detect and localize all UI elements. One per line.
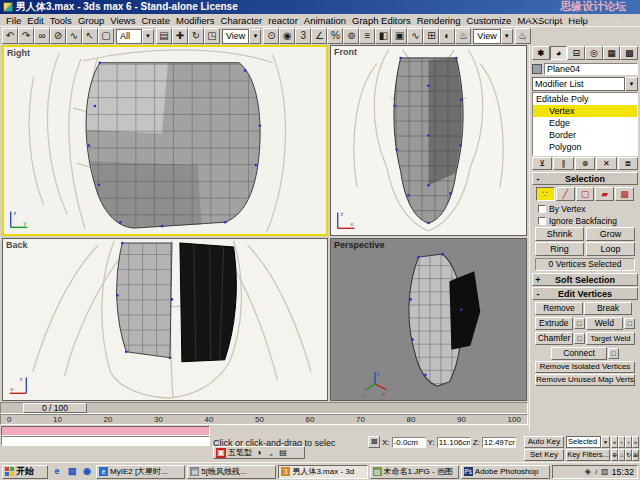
key-filters-button[interactable]: Key Filters...: [566, 449, 610, 461]
auto-key-button[interactable]: Auto Key: [524, 436, 564, 448]
loop-button[interactable]: Loop: [586, 242, 635, 256]
select-and-move-icon[interactable]: ✚: [172, 28, 188, 44]
polygon-subobject-icon[interactable]: ▰: [595, 187, 614, 201]
menu-item[interactable]: Help: [565, 15, 591, 26]
taskbar-task-photoshop[interactable]: Ps Adobe Photoshop: [461, 465, 550, 479]
menu-item[interactable]: MAXScript: [514, 15, 565, 26]
connect-button[interactable]: Connect: [551, 347, 607, 360]
menu-item[interactable]: Create: [138, 15, 173, 26]
chamfer-button[interactable]: Chamfer: [535, 332, 573, 345]
weld-button[interactable]: Weld: [586, 317, 624, 330]
make-unique-icon[interactable]: ⊗: [575, 157, 595, 170]
title-bar[interactable]: 男人体3.max - 3ds max 6 - Stand-alone Licen…: [0, 0, 640, 14]
object-name-field[interactable]: Plane04: [544, 63, 638, 75]
extrude-settings-button[interactable]: □: [574, 318, 585, 329]
menu-item[interactable]: reactor: [265, 15, 301, 26]
show-end-result-icon[interactable]: ∥: [553, 157, 573, 170]
named-selection-sets-icon[interactable]: ≡: [359, 28, 375, 44]
select-and-manipulate-icon[interactable]: ◉: [279, 28, 295, 44]
media-player-icon[interactable]: ◉: [80, 465, 94, 478]
weld-settings-button[interactable]: □: [624, 318, 635, 329]
selection-lock-icon[interactable]: ⊠: [368, 436, 380, 448]
maxscript-mini-listener-field[interactable]: [1, 436, 210, 446]
front-viewport-canvas[interactable]: [331, 46, 526, 235]
show-desktop-icon[interactable]: ▤: [65, 465, 79, 478]
set-key-button[interactable]: Set Key: [524, 449, 564, 461]
modify-tab-icon[interactable]: ◕: [550, 46, 568, 60]
render-scene-icon[interactable]: ♨: [455, 28, 471, 44]
render-type-dropdown[interactable]: View ▼: [473, 29, 512, 44]
maxscript-macro-recorder-field[interactable]: [1, 426, 210, 436]
align-icon[interactable]: ▣: [391, 28, 407, 44]
viewport-label[interactable]: Front: [334, 47, 357, 57]
ime-fullwidth-icon[interactable]: ◑: [254, 448, 264, 458]
use-pivot-center-icon[interactable]: ⊙: [263, 28, 279, 44]
volume-icon[interactable]: ♪: [594, 467, 598, 476]
soft-selection-rollout-header[interactable]: + Soft Selection: [532, 273, 638, 286]
y-coordinate-field[interactable]: 11.106cm: [437, 437, 471, 448]
tray-app-icon[interactable]: ◈: [585, 467, 591, 476]
back-viewport[interactable]: Back x z: [2, 238, 328, 401]
ime-soft-keyboard-icon[interactable]: ▤: [278, 448, 288, 458]
angle-snap-icon[interactable]: ∠: [311, 28, 327, 44]
hierarchy-tab-icon[interactable]: ⊟: [567, 46, 585, 60]
target-weld-button[interactable]: Target Weld: [586, 332, 635, 345]
remove-unused-map-verts-button[interactable]: Remove Unused Map Verts: [535, 374, 635, 386]
pin-stack-icon[interactable]: ⊻: [532, 157, 552, 170]
viewport-label[interactable]: Right: [7, 48, 30, 58]
ring-button[interactable]: Ring: [535, 242, 584, 256]
snap-toggle-icon[interactable]: 3: [295, 28, 311, 44]
back-viewport-canvas[interactable]: [3, 239, 327, 400]
taskbar-task-3dsmax[interactable]: 3 男人体3.max - 3d: [278, 465, 367, 479]
taskbar-task-paint[interactable]: ▨ 未命名1.JPG - 画图: [370, 465, 459, 479]
menu-item[interactable]: Customize: [464, 15, 515, 26]
stack-item-border[interactable]: Border: [533, 129, 637, 141]
ie-quick-launch-icon[interactable]: e: [50, 465, 64, 478]
schematic-view-icon[interactable]: ⊞: [423, 28, 439, 44]
remove-modifier-icon[interactable]: ✕: [596, 157, 616, 170]
vertex-subobject-icon[interactable]: ∵: [536, 187, 555, 201]
arc-rotate-icon[interactable]: ↻: [625, 449, 632, 461]
select-and-scale-icon[interactable]: ◳: [204, 28, 220, 44]
right-viewport[interactable]: Right y z: [2, 45, 328, 236]
edge-subobject-icon[interactable]: ╱: [556, 187, 575, 201]
edit-vertices-rollout-header[interactable]: - Edit Vertices: [532, 287, 638, 300]
element-subobject-icon[interactable]: ▩: [615, 187, 634, 201]
mirror-icon[interactable]: ◧: [375, 28, 391, 44]
bind-to-space-warp-icon[interactable]: ∿: [66, 28, 82, 44]
menu-item[interactable]: Tools: [47, 15, 75, 26]
menu-item[interactable]: Animation: [301, 15, 349, 26]
remove-button[interactable]: Remove: [535, 302, 583, 315]
previous-frame-icon[interactable]: ‹: [618, 436, 625, 448]
ime-toolbar[interactable]: ▣ 五笔型 ◑ „ ▤: [213, 446, 305, 459]
menu-item[interactable]: Views: [107, 15, 138, 26]
ignore-backfacing-checkbox[interactable]: [538, 217, 546, 225]
chevron-down-icon[interactable]: ▼: [625, 77, 638, 91]
utilities-tab-icon[interactable]: ▩: [620, 46, 638, 60]
z-coordinate-field[interactable]: 12.497cm: [482, 437, 516, 448]
taskbar-task-myie2[interactable]: e MyIE2 [大星时...: [96, 465, 185, 479]
stack-item-edge[interactable]: Edge: [533, 117, 637, 129]
menu-item[interactable]: Edit: [24, 15, 46, 26]
remove-isolated-vertices-button[interactable]: Remove Isolated Vertices: [535, 361, 635, 373]
spinner-snap-icon[interactable]: ⊚: [343, 28, 359, 44]
perspective-viewport[interactable]: Perspective x y z: [330, 238, 527, 401]
time-slider[interactable]: 0 / 100: [23, 403, 87, 413]
start-button[interactable]: 开始: [2, 465, 48, 479]
reference-coordinate-system-dropdown[interactable]: View ▼: [222, 29, 261, 44]
undo-icon[interactable]: ↶: [2, 28, 18, 44]
go-to-start-icon[interactable]: «: [611, 436, 618, 448]
stack-item-polygon[interactable]: Polygon: [533, 141, 637, 153]
select-and-link-icon[interactable]: ∞: [34, 28, 50, 44]
ime-mode-icon[interactable]: ▣: [216, 448, 226, 458]
select-and-rotate-icon[interactable]: ↻: [188, 28, 204, 44]
menu-item[interactable]: Graph Editors: [349, 15, 414, 26]
zoom-extents-icon[interactable]: ⌂: [618, 449, 625, 461]
selection-rollout-header[interactable]: - Selection: [532, 172, 638, 185]
by-vertex-checkbox[interactable]: [538, 205, 546, 213]
modifier-list-dropdown[interactable]: Modifier List ▼: [532, 77, 638, 91]
chevron-down-icon[interactable]: ▼: [501, 29, 513, 44]
configure-modifier-sets-icon[interactable]: ≣: [618, 157, 638, 170]
curve-editor-icon[interactable]: ∿: [407, 28, 423, 44]
stack-item-vertex[interactable]: Vertex: [533, 105, 637, 117]
